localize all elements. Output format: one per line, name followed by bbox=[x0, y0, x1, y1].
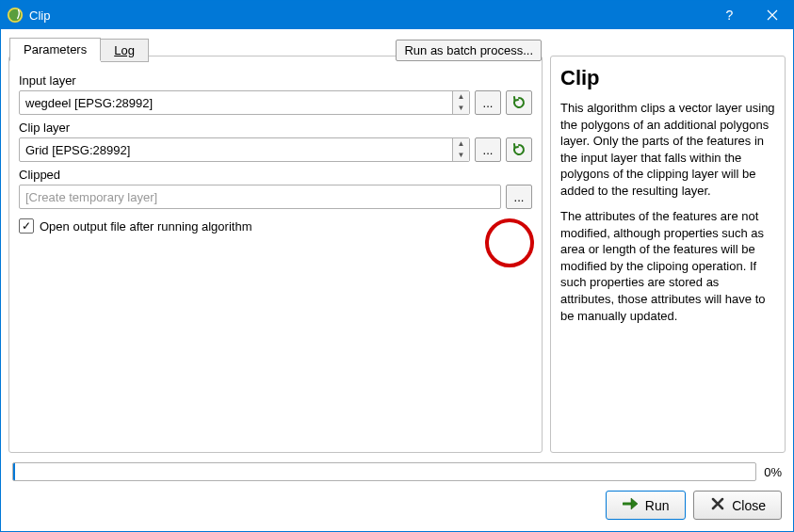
tab-log[interactable]: Log bbox=[101, 39, 149, 62]
input-layer-label: Input layer bbox=[19, 73, 532, 88]
dialog-window: Clip ? Parameters Log bbox=[0, 0, 794, 532]
help-paragraph-1: This algorithm clips a vector layer usin… bbox=[560, 100, 775, 199]
progress-row: 0% bbox=[8, 462, 786, 481]
clip-layer-row: Grid [EPSG:28992] ▲▼ ... bbox=[19, 137, 532, 162]
clip-layer-group: Clip layer Grid [EPSG:28992] ▲▼ ... bbox=[19, 121, 532, 162]
buttons-row: Run Close bbox=[8, 491, 786, 524]
clipped-output-field[interactable]: [Create temporary layer] bbox=[19, 185, 501, 209]
close-icon bbox=[709, 496, 726, 514]
progress-bar bbox=[12, 462, 756, 481]
window-buttons: ? bbox=[708, 1, 793, 29]
tab-parameters-label: Parameters bbox=[24, 42, 87, 56]
tab-header-row: Parameters Log Run as batch process... bbox=[8, 38, 543, 61]
open-output-label: Open output file after running algorithm bbox=[40, 219, 251, 234]
main-row: Parameters Log Run as batch process... I… bbox=[8, 37, 786, 453]
tab-bar: Parameters Log bbox=[9, 38, 149, 61]
clipped-row: [Create temporary layer] ... bbox=[19, 185, 532, 209]
input-layer-iterate-button[interactable] bbox=[506, 90, 532, 115]
input-layer-browse-button[interactable]: ... bbox=[475, 90, 501, 115]
parameters-panel: Parameters Log Run as batch process... I… bbox=[8, 56, 543, 453]
clip-layer-combo[interactable]: Grid [EPSG:28992] ▲▼ bbox=[19, 137, 470, 162]
clip-layer-browse-button[interactable]: ... bbox=[475, 137, 501, 162]
content-area: Parameters Log Run as batch process... I… bbox=[1, 29, 793, 531]
open-output-checkbox[interactable]: ✓ bbox=[19, 218, 34, 234]
progress-fill bbox=[13, 463, 15, 480]
close-window-button[interactable] bbox=[751, 1, 793, 29]
run-icon bbox=[623, 496, 640, 514]
clipped-browse-button[interactable]: ... bbox=[506, 185, 532, 209]
spinner-icon[interactable]: ▲▼ bbox=[452, 138, 469, 161]
tab-log-label: Log bbox=[114, 43, 135, 57]
clip-layer-value: Grid [EPSG:28992] bbox=[20, 138, 452, 161]
close-label: Close bbox=[732, 498, 766, 513]
progress-percent: 0% bbox=[764, 465, 782, 479]
input-layer-row: wegdeel [EPSG:28992] ▲▼ ... bbox=[19, 90, 532, 115]
help-title: Clip bbox=[560, 66, 775, 90]
open-output-row: ✓ Open output file after running algorit… bbox=[19, 218, 532, 234]
help-button[interactable]: ? bbox=[708, 1, 751, 29]
clipped-label: Clipped bbox=[19, 168, 532, 182]
titlebar: Clip ? bbox=[1, 1, 793, 29]
tab-parameters[interactable]: Parameters bbox=[9, 38, 101, 61]
clipped-output-group: Clipped [Create temporary layer] ... bbox=[19, 168, 532, 209]
run-button[interactable]: Run bbox=[606, 491, 686, 520]
run-label: Run bbox=[645, 498, 670, 513]
batch-process-button[interactable]: Run as batch process... bbox=[396, 40, 542, 61]
spinner-icon[interactable]: ▲▼ bbox=[452, 91, 469, 114]
close-button[interactable]: Close bbox=[693, 491, 782, 520]
input-layer-group: Input layer wegdeel [EPSG:28992] ▲▼ ... bbox=[19, 73, 532, 115]
clip-layer-iterate-button[interactable] bbox=[506, 137, 532, 162]
clipped-placeholder: [Create temporary layer] bbox=[25, 190, 157, 204]
help-paragraph-2: The attributes of the features are not m… bbox=[560, 208, 775, 324]
svg-point-0 bbox=[8, 8, 22, 22]
batch-process-label: Run as batch process... bbox=[404, 43, 533, 57]
input-layer-combo[interactable]: wegdeel [EPSG:28992] ▲▼ bbox=[19, 90, 470, 115]
help-panel: Clip This algorithm clips a vector layer… bbox=[550, 56, 786, 453]
clip-layer-label: Clip layer bbox=[19, 121, 532, 135]
app-icon bbox=[7, 7, 24, 24]
input-layer-value: wegdeel [EPSG:28992] bbox=[20, 91, 452, 114]
window-title: Clip bbox=[29, 8, 708, 23]
